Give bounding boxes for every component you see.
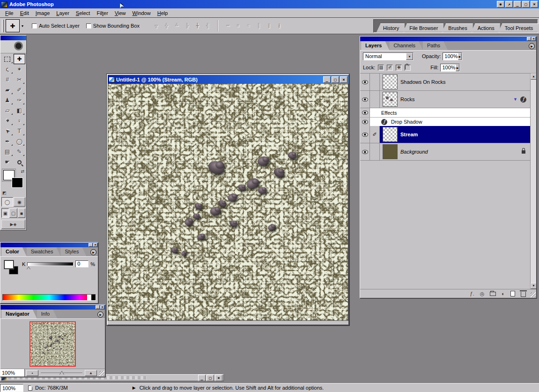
doc-maximize-button[interactable]: ▢ <box>332 76 339 83</box>
tab-swatches[interactable]: Swatches <box>27 247 61 256</box>
document-title-bar[interactable]: Untitled-1 @ 100% (Stream, RGB) _ ▢ × <box>108 75 348 84</box>
layer-style-icon[interactable]: ƒ <box>520 96 526 103</box>
navigator-zoom-slider[interactable] <box>40 370 83 376</box>
k-value-field[interactable]: 0 <box>75 260 89 267</box>
zoom-in-button[interactable]: ▲ <box>85 370 97 376</box>
min-close-button[interactable]: × <box>215 375 222 381</box>
visibility-toggle[interactable] <box>360 126 370 143</box>
checkbox-icon[interactable] <box>86 23 91 29</box>
current-tool-button[interactable]: ✚ <box>6 19 20 32</box>
layer-style-button[interactable]: ƒ. <box>470 291 474 296</box>
menu-view[interactable]: View <box>111 9 129 17</box>
layer-thumbnail[interactable] <box>383 144 398 159</box>
tab-channels[interactable]: Channels <box>389 41 422 50</box>
collapse-effects-icon[interactable]: ▼ <box>513 97 517 102</box>
standard-mode-button[interactable]: ◯ <box>1 197 13 207</box>
visibility-toggle[interactable] <box>360 91 370 108</box>
send-window-button[interactable]: ↗ <box>505 1 513 7</box>
resize-grip[interactable] <box>531 292 536 297</box>
ellipse-shape-tool[interactable]: ◯ <box>14 136 26 147</box>
k-slider-thumb[interactable] <box>27 267 30 270</box>
layer-thumbnail[interactable] <box>383 127 398 142</box>
status-arrow-icon[interactable]: ▶ <box>133 385 136 390</box>
slice-tool[interactable]: ✂ <box>14 74 26 85</box>
lock-image-icon[interactable]: ✐ <box>387 65 393 71</box>
blur-tool[interactable]: ♠ <box>1 116 14 126</box>
eraser-tool[interactable]: ▱ <box>1 105 14 116</box>
black-swatch[interactable] <box>91 295 96 300</box>
lock-position-icon[interactable]: ✚ <box>396 65 402 71</box>
doc-minimize-button[interactable]: _ <box>323 76 331 83</box>
navigator-menu-button[interactable]: ▶ <box>97 311 103 318</box>
navigator-zoom-field[interactable]: 100% <box>0 369 25 377</box>
menu-help[interactable]: Help <box>154 9 171 17</box>
layer-thumbnail[interactable] <box>383 74 398 89</box>
min-restore-button[interactable]: ▢ <box>207 375 214 381</box>
foreground-color-swatch[interactable] <box>4 260 14 269</box>
menu-image[interactable]: Image <box>32 9 53 17</box>
menu-edit[interactable]: Edit <box>17 9 32 17</box>
white-swatch[interactable] <box>87 295 91 300</box>
pen-tool[interactable]: ✒ <box>1 136 14 147</box>
toolbox-title-bar[interactable] <box>0 36 26 40</box>
menu-layer[interactable]: Layer <box>53 9 73 17</box>
minimize-button[interactable]: _ <box>514 1 521 7</box>
palette-close-button[interactable]: × <box>532 37 536 41</box>
navigator-palette-title-bar[interactable]: _ × <box>0 305 105 310</box>
path-selection-tool[interactable]: ➤ <box>1 126 14 136</box>
options-bar-grip[interactable] <box>2 20 4 32</box>
layers-palette-title-bar[interactable]: _ × <box>360 37 536 41</box>
k-slider[interactable] <box>27 262 74 266</box>
brush-tool[interactable]: ✐ <box>14 85 26 95</box>
photoshop-eye-logo[interactable] <box>0 40 26 53</box>
adjustment-layer-button[interactable]: ◐ <box>502 291 505 296</box>
layer-name[interactable]: Shadows On Rocks <box>400 79 446 85</box>
auto-select-layer-checkbox[interactable]: Auto Select Layer <box>32 23 80 29</box>
hand-tool[interactable]: ☛ <box>1 157 14 167</box>
jump-to-imageready-button[interactable]: ▶◈ <box>1 220 25 229</box>
well-tab-history[interactable]: History <box>377 23 405 32</box>
swap-colors-icon[interactable]: ⇄ <box>21 169 24 174</box>
zoom-tool[interactable] <box>14 157 26 167</box>
layer-name[interactable]: Stream <box>400 132 418 137</box>
history-brush-tool[interactable]: ✑ <box>14 95 26 105</box>
healing-brush-tool[interactable]: ▰ <box>1 85 14 95</box>
doc-close-button[interactable]: × <box>340 76 347 83</box>
document-size-text[interactable]: Doc: 768K/3M <box>35 385 68 391</box>
menu-window[interactable]: Window <box>129 9 154 17</box>
new-layer-set-button[interactable] <box>490 292 496 296</box>
layer-name[interactable]: Background <box>400 149 428 155</box>
gradient-tool[interactable]: ◧ <box>14 105 26 116</box>
lock-transparency-icon[interactable]: ▨ <box>378 65 384 71</box>
close-button[interactable]: × <box>531 1 538 7</box>
rectangular-marquee-tool[interactable] <box>1 54 14 64</box>
standard-screen-button[interactable]: ▣ <box>1 208 9 218</box>
crop-tool[interactable]: # <box>1 74 14 85</box>
fullscreen-menubar-button[interactable]: ▢ <box>9 208 17 218</box>
link-box[interactable] <box>370 143 380 160</box>
lock-all-icon[interactable] <box>405 65 411 71</box>
tab-navigator[interactable]: Navigator <box>1 310 37 318</box>
palette-close-button[interactable]: × <box>100 305 104 309</box>
status-zoom-field[interactable]: 100% <box>0 384 23 392</box>
fill-spinner-icon[interactable]: ▶ <box>456 64 460 71</box>
well-tab-brushes[interactable]: Brushes <box>442 23 473 32</box>
well-tab-tool-presets[interactable]: Tool Presets <box>498 23 539 32</box>
visibility-toggle[interactable] <box>360 143 370 160</box>
opacity-field[interactable]: 100% ▶ <box>443 52 462 60</box>
dodge-tool[interactable]: ♀ <box>14 116 26 126</box>
magic-wand-tool[interactable]: ✶ <box>14 64 26 74</box>
effect-row-effects[interactable]: Effects <box>360 108 530 117</box>
effect-name[interactable]: Effects <box>381 110 397 116</box>
scroll-down-button[interactable]: ▼ <box>531 283 536 289</box>
tool-preset-dropdown-icon[interactable]: ▼ <box>20 19 25 32</box>
effect-row-drop-shadow[interactable]: ƒDrop Shadow <box>360 117 530 126</box>
menu-select[interactable]: Select <box>73 9 94 17</box>
lasso-tool[interactable]: ς <box>1 64 14 74</box>
clone-stamp-tool[interactable]: ♟ <box>1 95 14 105</box>
zoom-slider-thumb[interactable] <box>59 371 64 375</box>
layer-thumbnail[interactable] <box>383 92 398 107</box>
layer-row-shadows-on-rocks[interactable]: Shadows On Rocks <box>360 74 530 91</box>
effect-name[interactable]: Drop Shadow <box>391 119 422 125</box>
visibility-toggle[interactable] <box>360 118 370 126</box>
